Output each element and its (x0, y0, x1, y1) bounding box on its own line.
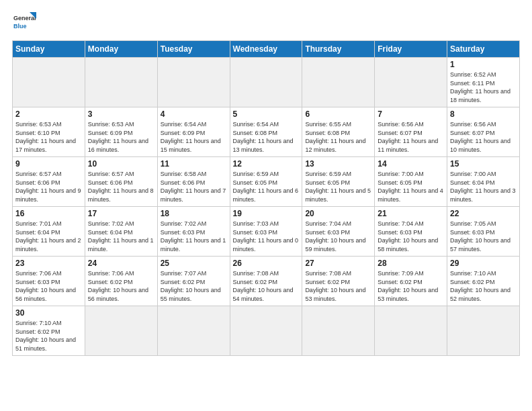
day-cell (230, 58, 302, 107)
day-cell: 30Sunrise: 7:10 AMSunset: 6:02 PMDayligh… (13, 306, 85, 356)
weekday-thursday: Thursday (302, 41, 375, 58)
week-row-4: 16Sunrise: 7:01 AMSunset: 6:04 PMDayligh… (13, 207, 520, 257)
day-info: Sunrise: 6:59 AMSunset: 6:05 PMDaylight:… (233, 170, 300, 203)
day-cell: 28Sunrise: 7:09 AMSunset: 6:02 PMDayligh… (375, 257, 447, 306)
day-cell: 8Sunrise: 6:56 AMSunset: 6:07 PMDaylight… (447, 107, 520, 157)
day-info: Sunrise: 7:04 AMSunset: 6:03 PMDaylight:… (378, 220, 444, 253)
day-cell: 26Sunrise: 7:08 AMSunset: 6:02 PMDayligh… (230, 257, 302, 306)
day-number: 27 (305, 259, 371, 268)
day-cell: 18Sunrise: 7:02 AMSunset: 6:03 PMDayligh… (157, 207, 230, 257)
day-number: 30 (15, 308, 82, 318)
day-cell: 22Sunrise: 7:05 AMSunset: 6:03 PMDayligh… (447, 207, 520, 257)
day-cell: 20Sunrise: 7:04 AMSunset: 6:03 PMDayligh… (302, 207, 375, 257)
day-cell: 29Sunrise: 7:10 AMSunset: 6:02 PMDayligh… (447, 257, 520, 306)
day-cell: 6Sunrise: 6:55 AMSunset: 6:08 PMDaylight… (302, 107, 375, 157)
day-info: Sunrise: 6:57 AMSunset: 6:06 PMDaylight:… (15, 170, 82, 203)
day-cell: 1Sunrise: 6:52 AMSunset: 6:11 PMDaylight… (447, 58, 520, 107)
day-info: Sunrise: 7:06 AMSunset: 6:03 PMDaylight:… (15, 269, 82, 303)
weekday-wednesday: Wednesday (230, 41, 302, 58)
day-cell: 17Sunrise: 7:02 AMSunset: 6:04 PMDayligh… (85, 207, 157, 257)
day-number: 25 (161, 259, 227, 268)
day-number: 20 (305, 209, 371, 218)
day-cell: 19Sunrise: 7:03 AMSunset: 6:03 PMDayligh… (230, 207, 302, 257)
day-cell (375, 306, 447, 356)
day-cell: 11Sunrise: 6:58 AMSunset: 6:06 PMDayligh… (157, 157, 230, 207)
day-number: 8 (450, 109, 517, 119)
weekday-friday: Friday (375, 41, 447, 58)
day-number: 5 (233, 109, 300, 119)
day-cell: 21Sunrise: 7:04 AMSunset: 6:03 PMDayligh… (375, 207, 447, 257)
day-info: Sunrise: 7:07 AMSunset: 6:02 PMDaylight:… (161, 269, 227, 303)
day-info: Sunrise: 6:52 AMSunset: 6:11 PMDaylight:… (450, 71, 517, 104)
day-cell: 15Sunrise: 7:00 AMSunset: 6:04 PMDayligh… (447, 157, 520, 207)
day-cell: 5Sunrise: 6:54 AMSunset: 6:08 PMDaylight… (230, 107, 302, 157)
day-cell: 7Sunrise: 6:56 AMSunset: 6:07 PMDaylight… (375, 107, 447, 157)
day-number: 16 (15, 209, 82, 218)
week-row-6: 30Sunrise: 7:10 AMSunset: 6:02 PMDayligh… (13, 306, 520, 356)
weekday-header-row: SundayMondayTuesdayWednesdayThursdayFrid… (13, 41, 520, 58)
day-number: 4 (161, 109, 227, 119)
day-number: 12 (233, 159, 300, 169)
day-info: Sunrise: 7:09 AMSunset: 6:02 PMDaylight:… (378, 269, 444, 303)
calendar: SundayMondayTuesdayWednesdayThursdayFrid… (12, 40, 520, 356)
day-number: 11 (161, 159, 227, 169)
day-cell: 23Sunrise: 7:06 AMSunset: 6:03 PMDayligh… (13, 257, 85, 306)
day-cell: 14Sunrise: 7:00 AMSunset: 6:05 PMDayligh… (375, 157, 447, 207)
day-cell (375, 58, 447, 107)
day-cell: 16Sunrise: 7:01 AMSunset: 6:04 PMDayligh… (13, 207, 85, 257)
day-number: 1 (450, 60, 517, 69)
weekday-saturday: Saturday (447, 41, 520, 58)
day-info: Sunrise: 7:00 AMSunset: 6:04 PMDaylight:… (450, 170, 517, 203)
day-info: Sunrise: 7:06 AMSunset: 6:02 PMDaylight:… (88, 269, 154, 303)
day-cell: 4Sunrise: 6:54 AMSunset: 6:09 PMDaylight… (157, 107, 230, 157)
day-info: Sunrise: 7:00 AMSunset: 6:05 PMDaylight:… (378, 170, 444, 203)
day-info: Sunrise: 7:03 AMSunset: 6:03 PMDaylight:… (233, 220, 300, 253)
day-number: 23 (15, 259, 82, 268)
week-row-5: 23Sunrise: 7:06 AMSunset: 6:03 PMDayligh… (13, 257, 520, 306)
day-cell: 27Sunrise: 7:08 AMSunset: 6:02 PMDayligh… (302, 257, 375, 306)
weekday-tuesday: Tuesday (157, 41, 230, 58)
day-number: 14 (378, 159, 444, 169)
day-cell: 25Sunrise: 7:07 AMSunset: 6:02 PMDayligh… (157, 257, 230, 306)
day-info: Sunrise: 7:01 AMSunset: 6:04 PMDaylight:… (15, 220, 82, 253)
day-number: 15 (450, 159, 517, 169)
day-info: Sunrise: 7:05 AMSunset: 6:03 PMDaylight:… (450, 220, 517, 253)
day-cell: 24Sunrise: 7:06 AMSunset: 6:02 PMDayligh… (85, 257, 157, 306)
svg-text:General: General (13, 15, 36, 21)
day-number: 17 (88, 209, 154, 218)
day-number: 2 (15, 109, 82, 119)
day-number: 21 (378, 209, 444, 218)
logo-svg: General Blue (12, 11, 36, 35)
day-number: 22 (450, 209, 517, 218)
week-row-2: 2Sunrise: 6:53 AMSunset: 6:10 PMDaylight… (13, 107, 520, 157)
header: General Blue (12, 11, 520, 35)
day-info: Sunrise: 6:53 AMSunset: 6:10 PMDaylight:… (15, 120, 82, 154)
day-cell: 12Sunrise: 6:59 AMSunset: 6:05 PMDayligh… (230, 157, 302, 207)
day-number: 6 (305, 109, 371, 119)
day-info: Sunrise: 6:56 AMSunset: 6:07 PMDaylight:… (378, 120, 444, 154)
day-info: Sunrise: 7:10 AMSunset: 6:02 PMDaylight:… (15, 319, 82, 353)
day-number: 13 (305, 159, 371, 169)
day-number: 9 (15, 159, 82, 169)
day-number: 29 (450, 259, 517, 268)
day-info: Sunrise: 7:04 AMSunset: 6:03 PMDaylight:… (305, 220, 371, 253)
day-info: Sunrise: 6:56 AMSunset: 6:07 PMDaylight:… (450, 120, 517, 154)
svg-text:Blue: Blue (13, 23, 27, 30)
day-number: 10 (88, 159, 154, 169)
day-cell (302, 306, 375, 356)
day-cell (302, 58, 375, 107)
day-cell (447, 306, 520, 356)
weekday-sunday: Sunday (13, 41, 85, 58)
weekday-monday: Monday (85, 41, 157, 58)
day-info: Sunrise: 6:54 AMSunset: 6:09 PMDaylight:… (161, 120, 227, 154)
day-number: 3 (88, 109, 154, 119)
day-number: 19 (233, 209, 300, 218)
page: General Blue SundayMondayTuesdayWednesda… (0, 0, 532, 411)
day-cell: 9Sunrise: 6:57 AMSunset: 6:06 PMDaylight… (13, 157, 85, 207)
day-info: Sunrise: 7:08 AMSunset: 6:02 PMDaylight:… (233, 269, 300, 303)
day-cell (157, 58, 230, 107)
day-info: Sunrise: 6:55 AMSunset: 6:08 PMDaylight:… (305, 120, 371, 154)
day-info: Sunrise: 6:53 AMSunset: 6:09 PMDaylight:… (88, 120, 154, 154)
week-row-3: 9Sunrise: 6:57 AMSunset: 6:06 PMDaylight… (13, 157, 520, 207)
day-info: Sunrise: 7:02 AMSunset: 6:03 PMDaylight:… (161, 220, 227, 253)
